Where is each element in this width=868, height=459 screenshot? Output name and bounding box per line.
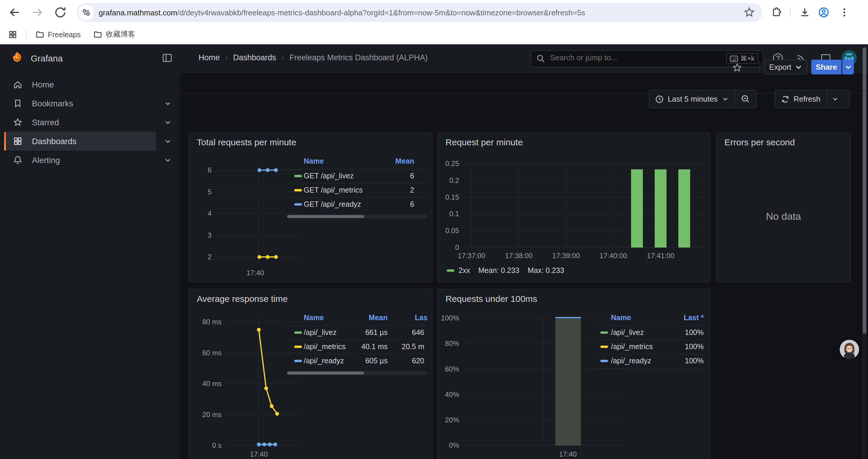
legend-column-header[interactable]: Las: [415, 314, 427, 322]
legend-row[interactable]: GET /api/_livez6: [286, 169, 427, 183]
legend-series-2xx[interactable]: 2xx: [447, 266, 470, 275]
search-input[interactable]: [549, 53, 699, 63]
legend-column-header[interactable]: Mean: [369, 314, 388, 322]
favorite-dashboard-icon[interactable]: [732, 63, 742, 73]
clock-icon: [655, 95, 663, 103]
legend-column-header[interactable]: Name: [611, 314, 631, 322]
forward-icon[interactable]: [30, 5, 44, 20]
extensions-icon[interactable]: [771, 6, 782, 18]
series-name[interactable]: /api/_metrics: [611, 342, 653, 351]
series-name[interactable]: GET /api/_metrics: [304, 186, 363, 194]
legend-row[interactable]: GET /api/_metrics2: [286, 183, 427, 197]
refresh-button[interactable]: Refresh: [775, 90, 826, 107]
menu-kebab-icon[interactable]: [838, 6, 850, 18]
series-name[interactable]: GET /api/_livez: [304, 172, 354, 180]
chevron-down-icon: [722, 96, 728, 102]
bookmark-star-icon[interactable]: [743, 6, 755, 18]
series-value: 100%: [685, 357, 704, 365]
legend-column-header[interactable]: Name: [304, 157, 324, 165]
legend-column-header[interactable]: Last *: [684, 314, 704, 322]
series-name[interactable]: /api/_readyz: [611, 357, 651, 365]
legend-column-header[interactable]: Mean: [395, 157, 414, 165]
svg-text:80 ms: 80 ms: [203, 318, 222, 326]
sidebar-toggle-icon[interactable]: [162, 53, 173, 63]
floating-assistant-avatar[interactable]: [840, 340, 859, 359]
sidebar-expand-alerting[interactable]: [161, 151, 175, 169]
series-name[interactable]: /api/_readyz: [304, 357, 344, 365]
legend-row[interactable]: /api/_metrics100%: [594, 340, 707, 354]
apps-grid-icon[interactable]: [8, 29, 17, 40]
sidebar-item-dashboards[interactable]: Dashboards: [4, 132, 156, 151]
sidebar-item-home[interactable]: Home: [4, 75, 156, 94]
panel-request-per-minute: Request per minute 0.250.20.150.10.05017…: [437, 132, 710, 282]
legend-row[interactable]: /api/_metrics40.1 ms20.5 m: [286, 340, 427, 354]
sidebar-item-bookmarks[interactable]: Bookmarks: [4, 94, 156, 113]
svg-text:17:40: 17:40: [246, 269, 264, 277]
breadcrumb-home[interactable]: Home: [198, 53, 220, 62]
sidebar-expand-starred[interactable]: [161, 113, 175, 132]
legend-header: NameMean: [286, 154, 427, 169]
svg-text:17:40: 17:40: [250, 450, 268, 458]
grafana-brand-label: Grafana: [31, 53, 63, 63]
search-box[interactable]: ⌘+k: [531, 50, 764, 67]
page-scrollbar[interactable]: [862, 44, 867, 459]
share-dropdown-button[interactable]: [842, 60, 854, 74]
legend-scrollbar[interactable]: [286, 215, 427, 219]
series-value: 620: [412, 357, 424, 365]
search-icon: [536, 54, 545, 63]
series-name[interactable]: /api/_livez: [304, 328, 337, 337]
panel-title[interactable]: Errors per second: [724, 137, 795, 147]
sidebar-expand-bookmarks[interactable]: [161, 94, 175, 113]
legend-row[interactable]: /api/_livez100%: [594, 326, 707, 340]
sidebar-item-label: Home: [32, 80, 54, 89]
legend-row[interactable]: /api/_livez661 µs646: [286, 326, 427, 340]
legend-row[interactable]: /api/_readyz605 µs620: [286, 354, 427, 368]
scrollbar-thumb[interactable]: [287, 215, 364, 218]
breadcrumb-separator: ›: [282, 53, 284, 62]
series-name[interactable]: /api/_metrics: [304, 342, 346, 351]
chevron-down-icon: [164, 100, 172, 107]
apps-icon: [13, 136, 23, 146]
time-range-picker[interactable]: Last 5 minutes: [649, 90, 734, 107]
svg-text:0.15: 0.15: [445, 193, 459, 201]
back-icon[interactable]: [8, 5, 22, 20]
legend-row[interactable]: /api/_readyz100%: [594, 354, 707, 369]
legend-mean: Mean: 0.233: [478, 266, 519, 275]
series-name[interactable]: /api/_livez: [611, 328, 644, 337]
sidebar-item-alerting[interactable]: Alerting: [4, 151, 156, 169]
legend-column-header[interactable]: Name: [304, 314, 324, 322]
bookmark-folder-blogs[interactable]: 收藏博客: [93, 29, 135, 40]
svg-text:0: 0: [455, 243, 459, 251]
series-value: 2: [410, 186, 414, 194]
bookmark-folder-freeleaps[interactable]: Freeleaps: [35, 29, 81, 40]
panel-average-response-time: Average response time 80 ms60 ms40 ms20 …: [188, 289, 433, 459]
refresh-interval-dropdown[interactable]: [827, 90, 843, 107]
series-swatch: [600, 360, 608, 362]
share-button[interactable]: Share: [811, 60, 841, 74]
reload-icon[interactable]: [53, 5, 67, 20]
profile-icon[interactable]: [818, 6, 830, 18]
svg-text:20%: 20%: [445, 416, 459, 424]
breadcrumb-dashboards[interactable]: Dashboards: [233, 53, 276, 62]
star-icon: [13, 118, 23, 127]
scrollbar-thumb[interactable]: [287, 371, 364, 374]
url-path: /d/deytv4rwavabkb/freeleaps-metrics-dash…: [177, 8, 585, 17]
sidebar-expand-dashboards[interactable]: [161, 132, 175, 151]
legend-row[interactable]: GET /api/_readyz6: [286, 197, 427, 211]
svg-text:60 ms: 60 ms: [203, 349, 222, 357]
export-button[interactable]: Export: [765, 60, 807, 74]
svg-text:17:40: 17:40: [559, 450, 577, 458]
bookmark-icon: [13, 99, 23, 108]
grafana-logo[interactable]: [10, 51, 24, 65]
keyboard-icon: [730, 55, 738, 62]
legend-scrollbar[interactable]: [286, 371, 427, 375]
refresh-label: Refresh: [794, 95, 820, 103]
series-swatch: [447, 269, 454, 272]
download-icon[interactable]: [799, 6, 811, 18]
series-name[interactable]: GET /api/_readyz: [304, 200, 361, 208]
sidebar-item-starred[interactable]: Starred: [4, 113, 156, 132]
zoom-out-button[interactable]: [735, 90, 755, 107]
scrollbar-thumb[interactable]: [863, 47, 866, 334]
site-settings-icon[interactable]: [79, 5, 94, 20]
url-bar[interactable]: grafana.mathmast.com/d/deytv4rwavabkb/fr…: [77, 3, 762, 22]
